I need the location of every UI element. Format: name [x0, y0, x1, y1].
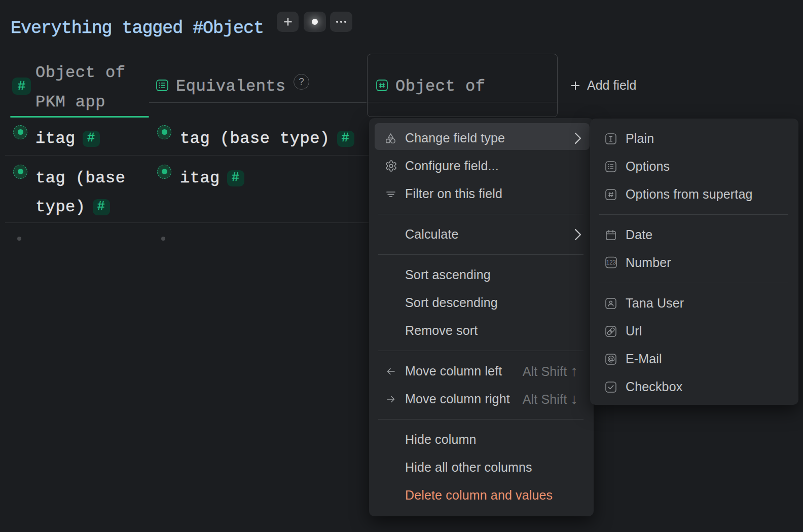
- svg-text:123: 123: [606, 258, 616, 266]
